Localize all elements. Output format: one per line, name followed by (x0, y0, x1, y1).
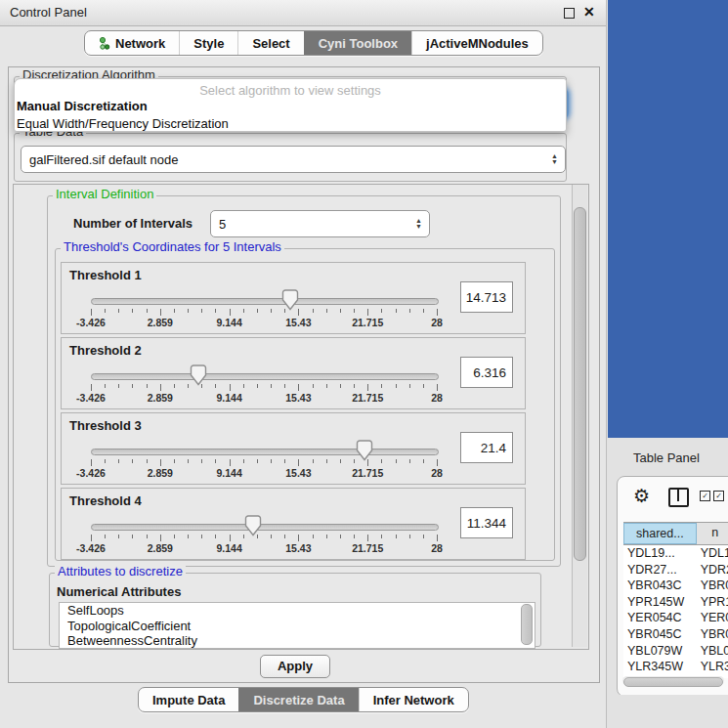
table-row[interactable]: YDL19...YDL1 (623, 545, 728, 562)
tick-mark (354, 384, 355, 388)
attribute-list-item[interactable]: TopologicalCoefficient (60, 619, 535, 634)
tab-jactivemnodules[interactable]: jActiveMNodules (411, 31, 542, 55)
slider-track[interactable] (91, 449, 439, 455)
tick-mark (160, 535, 161, 541)
slider-thumb[interactable] (190, 364, 207, 386)
tick-mark (230, 384, 231, 391)
tick-mark (118, 459, 119, 463)
table-row[interactable]: YLR345WYLR3 (623, 659, 728, 675)
tick-mark (160, 384, 161, 391)
numerical-attributes-label: Numerical Attributes (57, 584, 181, 599)
attributes-list-scrollbar-thumb[interactable] (521, 604, 533, 645)
table-row[interactable]: YPR145WYPR1 (623, 594, 728, 611)
float-window-icon[interactable] (564, 8, 575, 19)
table-row[interactable]: YER054CYER0 (623, 610, 728, 626)
tab-impute-data[interactable]: Impute Data (139, 688, 238, 711)
tick-mark (409, 459, 410, 463)
tick-mark (215, 535, 216, 538)
attribute-list-item[interactable]: BetweennessCentrality (60, 633, 535, 649)
threshold-value-field[interactable]: 6.316 (460, 357, 513, 388)
threshold-label: Threshold 1 (69, 268, 142, 282)
network-icon (99, 36, 110, 50)
gear-icon[interactable]: ⚙ (633, 485, 650, 507)
numerical-attributes-list[interactable]: SelfLoopsTopologicalCoefficientBetweenne… (59, 602, 535, 649)
axis-tick-label: 28 (431, 317, 443, 328)
select-checkbox-icon[interactable]: ✓ (700, 491, 710, 501)
number-of-intervals-combobox[interactable]: 5 ▲▼ (210, 210, 430, 237)
interval-definition-title: Interval Definition (53, 188, 156, 201)
axis-tick-label: 28 (431, 467, 443, 479)
slider-ticks (91, 459, 437, 467)
tick-mark (174, 459, 175, 463)
select-checkbox-icon[interactable]: ✓ (713, 491, 724, 501)
close-icon[interactable]: ✕ (583, 4, 595, 20)
dropdown-option[interactable]: Manual Discretization (15, 98, 566, 115)
slider-track[interactable] (91, 298, 439, 305)
tab-label: Style (193, 36, 224, 51)
axis-tick-label: 15.43 (285, 542, 311, 554)
combo-stepper-icon: ▲▼ (415, 211, 422, 236)
tick-mark (437, 309, 438, 316)
tab-style[interactable]: Style (179, 31, 237, 55)
axis-tick-label: 15.43 (285, 317, 311, 328)
tick-mark (147, 535, 148, 538)
tab-select[interactable]: Select (237, 31, 303, 55)
tab-cyni-toolbox[interactable]: Cyni Toolbox (304, 31, 411, 55)
tick-mark (396, 309, 397, 313)
axis-tick-label: 2.859 (148, 392, 173, 404)
cell-name: YLR3 (697, 659, 728, 675)
table-row[interactable]: YBR045CYBR0 (623, 626, 728, 643)
table-row[interactable]: YBL079WYBL0 (623, 643, 728, 660)
table-data-combobox[interactable]: galFiltered.sif default node ▲▼ (21, 146, 566, 173)
bottom-tabbar: Impute DataDiscretize DataInfer Network (138, 687, 469, 712)
threshold-label: Threshold 3 (69, 418, 142, 433)
tick-mark (340, 309, 341, 313)
axis-tick-label: -3.426 (76, 392, 106, 404)
tick-mark (91, 535, 92, 541)
table-row[interactable]: YDR27...YDR2 (623, 562, 728, 578)
table-horizontal-scrollbar-thumb[interactable] (623, 677, 723, 687)
slider-thumb[interactable] (356, 440, 373, 461)
table-horizontal-scrollbar[interactable] (622, 676, 724, 685)
axis-tick-label: 21.715 (352, 542, 383, 554)
tab-label: Select (252, 36, 289, 51)
tick-mark (257, 309, 258, 313)
column-header-name[interactable]: n (697, 523, 728, 544)
column-header-shared-name[interactable]: shared... (623, 523, 697, 544)
slider-axis-labels: -3.4262.8599.14415.4321.71528 (91, 317, 437, 328)
threshold-value-field[interactable]: 21.4 (460, 432, 513, 463)
axis-tick-label: -3.426 (76, 467, 106, 479)
axis-tick-label: 21.715 (352, 467, 383, 479)
threshold-value-field[interactable]: 14.713 (460, 281, 513, 313)
tick-mark (409, 535, 410, 538)
tick-mark (381, 309, 382, 313)
apply-button[interactable]: Apply (260, 655, 330, 678)
tick-mark (160, 309, 161, 316)
table-row[interactable]: YBR043CYBR0 (623, 578, 728, 594)
tick-mark (257, 384, 258, 388)
tab-discretize-data[interactable]: Discretize Data (238, 688, 358, 711)
slider-track[interactable] (91, 524, 439, 531)
threshold-value-field[interactable]: 11.344 (460, 507, 513, 538)
slider-track[interactable] (91, 373, 439, 380)
tab-network[interactable]: Network (85, 31, 179, 55)
vertical-scrollbar-thumb[interactable] (574, 207, 586, 561)
tick-mark (354, 535, 355, 538)
tick-mark (437, 535, 438, 541)
slider-thumb[interactable] (281, 289, 299, 311)
attribute-list-item[interactable]: SelfLoops (60, 603, 535, 619)
dropdown-option[interactable]: Equal Width/Frequency Discretization (15, 115, 566, 132)
tick-mark (215, 309, 216, 313)
tick-mark (271, 459, 272, 463)
tab-label: Network (115, 36, 165, 51)
tick-mark (437, 384, 438, 391)
split-columns-icon[interactable] (668, 488, 689, 507)
tick-mark (284, 459, 285, 463)
tick-mark (367, 309, 368, 316)
table-panel-title: Table Panel (633, 450, 700, 465)
tick-mark (243, 309, 244, 313)
slider-thumb[interactable] (244, 515, 262, 536)
tab-label: Infer Network (373, 693, 454, 707)
tab-infer-network[interactable]: Infer Network (359, 688, 468, 711)
table-panel: ⚙ ✓ ✓ shared... n YDL19...YDL1YDR27...YD… (617, 476, 728, 697)
